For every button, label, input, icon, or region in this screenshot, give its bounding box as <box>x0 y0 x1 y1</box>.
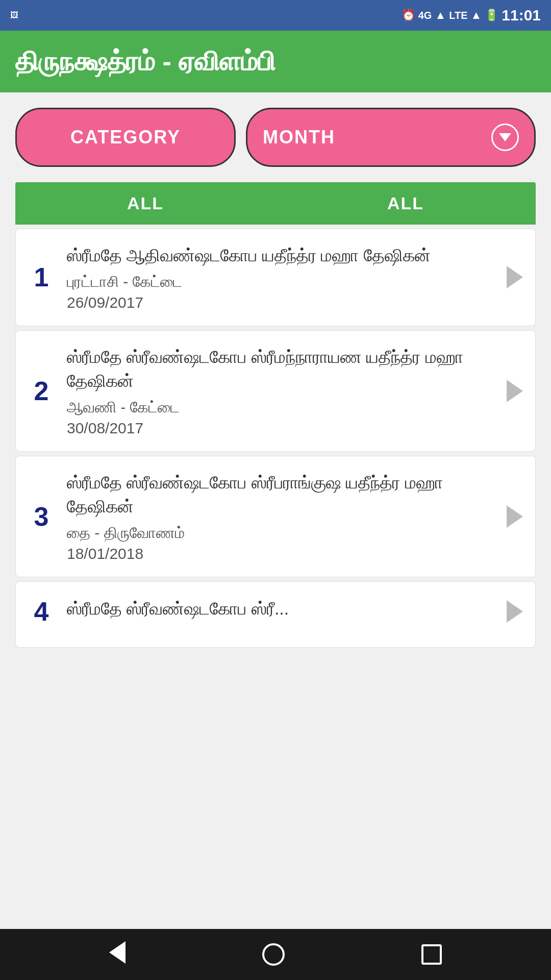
month-dropdown-icon <box>491 124 519 151</box>
list-item[interactable]: 2 ஸ்ரீமதே ஸ்ரீவண்ஷடகோப ஸ்ரீமந்நாராயண யதீ… <box>15 330 536 452</box>
item-number: 2 <box>26 376 57 406</box>
recents-icon <box>421 944 442 965</box>
month-button[interactable]: MONTH <box>246 108 536 167</box>
nav-home-button[interactable] <box>262 943 285 966</box>
home-icon <box>262 943 285 966</box>
nav-bar <box>0 929 551 980</box>
page-title: திருநக்ஷத்ரம் - ஏவிளம்பி <box>15 46 276 77</box>
item-title: ஸ்ரீமதே ஸ்ரீவண்ஷடகோப ஸ்ரீபராங்குஷ யதீந்த… <box>67 471 494 519</box>
list-item[interactable]: 4 ஸ்ரீமதே ஸ்ரீவண்ஷடகோப ஸ்ரீ... <box>15 581 536 648</box>
gallery-icon: 🖼 <box>10 11 18 20</box>
list-item[interactable]: 1 ஸ்ரீமதே ஆதிவண்ஷடகோப யதீந்த்ர மஹா தேஷிக… <box>15 229 536 326</box>
chevron-right-icon <box>507 266 523 288</box>
item-content: ஸ்ரீமதே ஆதிவண்ஷடகோப யதீந்த்ர மஹா தேஷிகன்… <box>67 243 494 311</box>
alarm-icon: ⏰ <box>402 9 415 22</box>
app-header: திருநக்ஷத்ரம் - ஏவிளம்பி <box>0 31 551 92</box>
item-content: ஸ்ரீமதே ஸ்ரீவண்ஷடகோப ஸ்ரீபராங்குஷ யதீந்த… <box>67 471 494 562</box>
back-icon <box>109 941 126 968</box>
status-bar: 🖼 ⏰ 4G ▲ LTE ▲ 🔋 11:01 <box>0 0 551 31</box>
item-subtitle: ஆவணி - கேட்டை <box>67 399 494 416</box>
item-subtitle: புரட்டாசி - கேட்டை <box>67 273 494 291</box>
item-number: 3 <box>26 501 57 532</box>
list-item[interactable]: 3 ஸ்ரீமதே ஸ்ரீவண்ஷடகோப ஸ்ரீபராங்குஷ யதீந… <box>15 456 536 577</box>
item-title: ஸ்ரீமதே ஸ்ரீவண்ஷடகோப ஸ்ரீமந்நாராயண யதீந்… <box>67 345 494 394</box>
chevron-right-icon <box>507 505 523 528</box>
lte-icon: LTE <box>449 10 467 21</box>
item-arrow <box>505 380 525 402</box>
item-title: ஸ்ரீமதே ஆதிவண்ஷடகோப யதீந்த்ர மஹா தேஷிகன் <box>67 243 494 268</box>
header-col2: ALL <box>276 182 536 225</box>
item-arrow <box>505 505 525 528</box>
filter-row: CATEGORY MONTH <box>15 108 536 167</box>
month-label: MONTH <box>263 127 335 148</box>
item-subtitle: தை - திருவோணம் <box>67 524 494 542</box>
header-col1: ALL <box>15 182 276 225</box>
wifi-icon: ▲ <box>435 9 446 22</box>
item-date: 18/01/2018 <box>67 545 494 562</box>
network-signal-icon: ▲ <box>470 9 482 22</box>
item-date: 26/09/2017 <box>67 294 494 311</box>
item-arrow <box>505 266 525 288</box>
chevron-right-icon <box>507 380 523 402</box>
item-date: 30/08/2017 <box>67 420 494 437</box>
status-bar-left: 🖼 <box>10 11 18 20</box>
item-title: ஸ்ரீமதே ஸ்ரீவண்ஷடகோப ஸ்ரீ... <box>67 597 494 621</box>
battery-icon: 🔋 <box>485 9 498 22</box>
item-arrow <box>505 600 525 623</box>
item-number: 4 <box>26 596 57 627</box>
signal-4g-icon: 4G <box>418 10 432 21</box>
chevron-right-icon <box>507 600 523 623</box>
item-number: 1 <box>26 262 57 292</box>
category-button[interactable]: CATEGORY <box>15 108 236 167</box>
table-header: ALL ALL <box>15 182 536 225</box>
clock-display: 11:01 <box>502 7 541 24</box>
item-content: ஸ்ரீமதே ஸ்ரீவண்ஷடகோப ஸ்ரீமந்நாராயண யதீந்… <box>67 345 494 437</box>
list-container: 1 ஸ்ரீமதே ஆதிவண்ஷடகோப யதீந்த்ர மஹா தேஷிக… <box>15 229 536 648</box>
item-content: ஸ்ரீமதே ஸ்ரீவண்ஷடகோப ஸ்ரீ... <box>67 597 494 626</box>
status-icons: ⏰ 4G ▲ LTE ▲ 🔋 11:01 <box>402 7 541 24</box>
main-content: CATEGORY MONTH ALL ALL 1 ஸ்ரீமதே ஆதிவண்ஷ… <box>0 92 551 929</box>
nav-recents-button[interactable] <box>421 944 442 965</box>
nav-back-button[interactable] <box>109 941 126 968</box>
